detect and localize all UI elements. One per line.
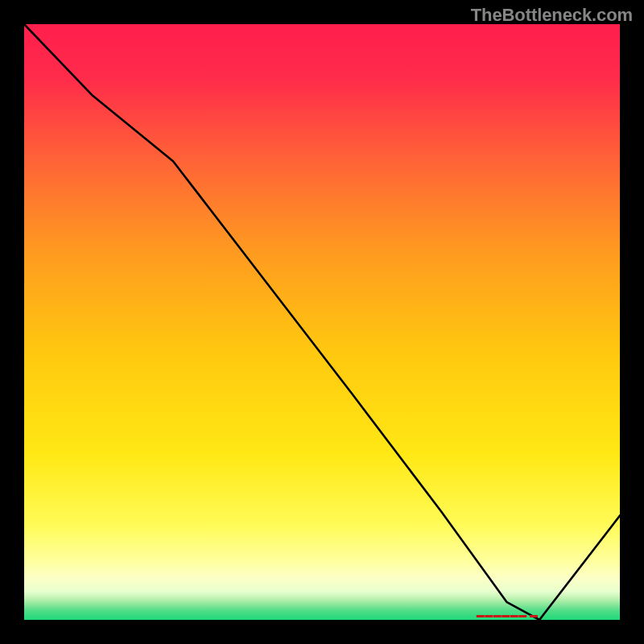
plot-svg (24, 24, 620, 620)
watermark-label: TheBottleneck.com (471, 5, 633, 26)
chart-frame: TheBottleneck.com ▬▬▬▬▬▬ ▬ (0, 0, 644, 644)
